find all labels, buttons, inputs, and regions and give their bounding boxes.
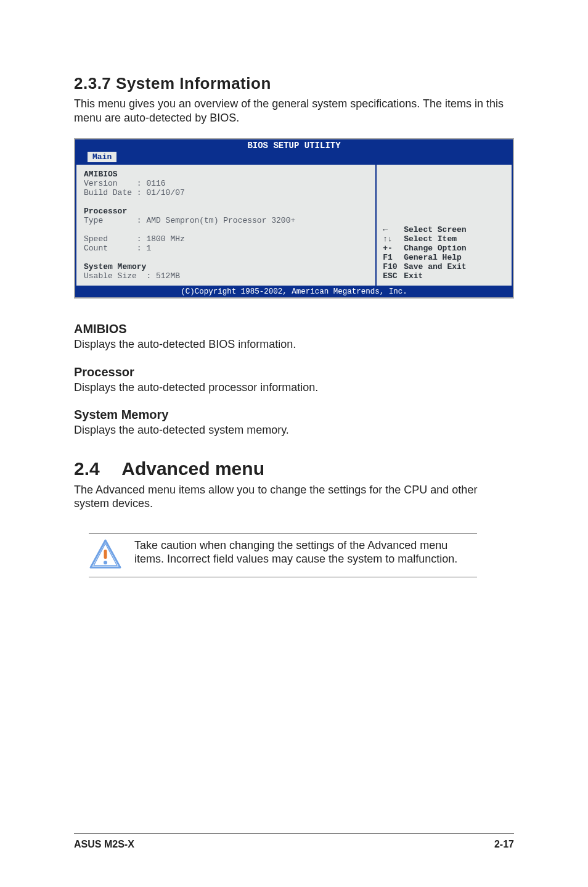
processor-paragraph: Displays the auto-detected processor inf… xyxy=(74,381,514,395)
processor-heading: Processor xyxy=(74,365,514,379)
hint-change-option: Change Option xyxy=(404,244,505,253)
caution-icon xyxy=(89,538,122,572)
svg-rect-2 xyxy=(104,550,107,559)
amibios-label: AMIBIOS xyxy=(84,170,368,179)
hint-key-plusminus: +- xyxy=(383,244,400,253)
bios-speed-line: Speed : 1800 MHz xyxy=(84,234,368,244)
svg-point-3 xyxy=(104,561,107,564)
bios-titlebar: BIOS SETUP UTILITY xyxy=(75,139,513,151)
bios-left-panel: AMIBIOS Version : 0116 Build Date : 01/1… xyxy=(75,163,375,287)
footer-right: 2-17 xyxy=(494,839,514,850)
arrow-left-icon: ← xyxy=(383,225,400,234)
caution-text: Take caution when changing the settings … xyxy=(134,538,471,566)
bios-screenshot: BIOS SETUP UTILITY Main AMIBIOS Version … xyxy=(74,138,514,299)
bios-count-line: Count : 1 xyxy=(84,244,368,253)
page: 2.3.7 System Information This menu gives… xyxy=(0,0,588,887)
advanced-menu-label: Advanced menu xyxy=(121,458,264,479)
caution-callout: Take caution when changing the settings … xyxy=(89,533,477,577)
hint-general-help: General Help xyxy=(404,253,505,262)
hint-key-f1: F1 xyxy=(383,253,400,262)
hint-exit: Exit xyxy=(404,271,505,281)
arrows-updown-icon: ↑↓ xyxy=(383,234,400,244)
hint-save-exit: Save and Exit xyxy=(404,262,505,271)
bios-tab-main: Main xyxy=(88,152,116,162)
system-memory-heading: System Memory xyxy=(74,408,514,422)
bios-copyright: (C)Copyright 1985-2002, American Megatre… xyxy=(75,287,513,297)
bios-version-line: Version : 0116 xyxy=(84,179,368,188)
advanced-menu-number: 2.4 xyxy=(74,458,117,479)
system-memory-paragraph: Displays the auto-detected system memory… xyxy=(74,423,514,437)
amibios-heading: AMIBIOS xyxy=(74,322,514,336)
hint-select-item: Select Item xyxy=(404,234,505,244)
processor-label: Processor xyxy=(84,207,368,216)
section-title: 2.3.7 System Information xyxy=(74,74,514,93)
hint-select-screen: Select Screen xyxy=(404,225,505,234)
hint-key-esc: ESC xyxy=(383,271,400,281)
amibios-paragraph: Displays the auto-detected BIOS informat… xyxy=(74,337,514,352)
system-memory-label: System Memory xyxy=(84,262,368,271)
bios-right-panel: ← Select Screen ↑↓ Select Item +- Change… xyxy=(375,163,513,287)
section-intro: This menu gives you an overview of the g… xyxy=(74,97,514,125)
hint-key-f10: F10 xyxy=(383,262,400,271)
bios-body: AMIBIOS Version : 0116 Build Date : 01/1… xyxy=(75,163,513,287)
bios-type-line: Type : AMD Sempron(tm) Processor 3200+ xyxy=(84,216,368,225)
bios-builddate-line: Build Date : 01/10/07 xyxy=(84,188,368,197)
page-footer: ASUS M2S-X 2-17 xyxy=(74,833,514,850)
advanced-menu-title: 2.4 Advanced menu xyxy=(74,458,514,479)
advanced-menu-intro: The Advanced menu items allow you to cha… xyxy=(74,483,514,511)
bios-tabrow: Main xyxy=(75,151,513,163)
bios-usable-line: Usable Size : 512MB xyxy=(84,271,368,281)
footer-left: ASUS M2S-X xyxy=(74,839,134,850)
bios-hint-grid: ← Select Screen ↑↓ Select Item +- Change… xyxy=(383,225,505,281)
